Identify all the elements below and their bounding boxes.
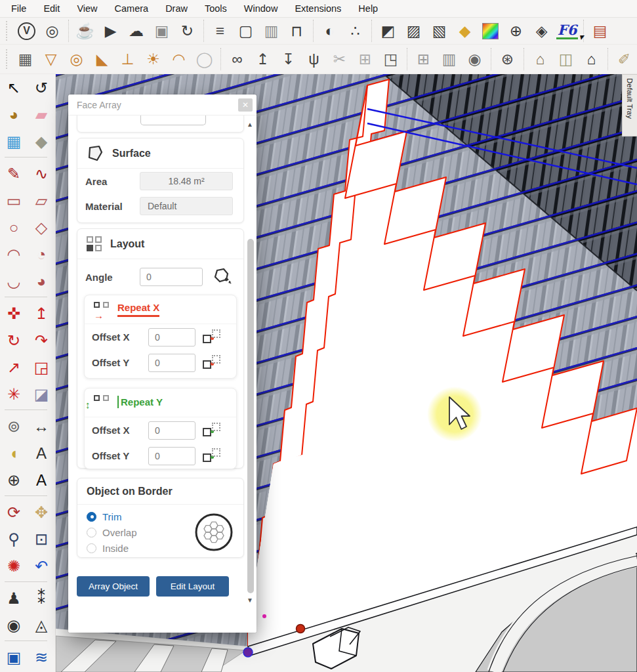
menu-item[interactable]: Window [236, 0, 287, 17]
plugin-waves-tool[interactable]: ≋ [28, 644, 55, 671]
look-around-tool[interactable]: ◉ [0, 612, 28, 639]
circle-tool[interactable]: ○ [0, 214, 28, 241]
import-proxy-icon[interactable]: ↧ [276, 47, 301, 71]
position-camera-tool[interactable]: ♟ [0, 585, 28, 612]
move-tool[interactable]: ✜ [0, 300, 28, 327]
zoom-extents-tool[interactable]: ✺ [0, 553, 28, 579]
walk-tool[interactable]: ⁑ [28, 585, 55, 612]
steering-wheel-icon[interactable]: ⊛ [495, 47, 520, 71]
text-3d-tool[interactable]: A [28, 467, 55, 494]
overlap-radio[interactable]: Overlap [87, 524, 194, 540]
plugin-cube-tool[interactable]: ▣ [0, 644, 28, 671]
lock-camera-icon[interactable]: ⊓ [284, 19, 310, 43]
trim-radio[interactable]: Trim [87, 509, 194, 524]
menu-item[interactable]: Tools [196, 0, 236, 17]
fredo6-tools-icon[interactable]: F6 [554, 19, 580, 43]
pan-tool[interactable]: ✥ [28, 499, 55, 526]
rectangle-tool[interactable]: ▭ [0, 187, 28, 214]
compass-icon[interactable]: ⊕ [503, 19, 529, 43]
checker-cube-open-icon[interactable]: ▧ [426, 19, 452, 43]
solid-tools[interactable]: ▦ [0, 128, 28, 155]
vray-render-animation-icon[interactable]: ▶ [98, 19, 123, 43]
three-point-arc-tool[interactable]: ◡ [0, 268, 28, 295]
arc-tool[interactable]: ◠ [0, 241, 28, 268]
menu-item[interactable]: View [68, 0, 106, 17]
radio-icon[interactable] [87, 543, 96, 553]
freehand-tool[interactable]: ∿ [28, 160, 55, 187]
component-grid-icon[interactable]: ⊞ [411, 47, 436, 71]
vray-asset-editor-icon[interactable]: ◎ [39, 19, 65, 43]
chaos-scatter-icon[interactable]: ∴ [342, 19, 368, 43]
section-plane-tool[interactable]: ◪ [28, 381, 55, 408]
bitmap-to-mesh-icon[interactable]: ▤ [587, 19, 613, 43]
field-of-view-tool[interactable]: ◬ [28, 612, 55, 639]
render-region-icon[interactable]: ≡ [207, 19, 233, 43]
frame-buffer-image-icon[interactable]: ▣ [149, 19, 175, 43]
rotate-tool[interactable]: ↻ [0, 327, 28, 354]
sphere-light-icon[interactable]: ◎ [64, 47, 89, 71]
component-box-icon[interactable]: ◫ [553, 47, 579, 71]
scroll-up-icon[interactable]: ▲ [247, 121, 253, 128]
checker-plane-icon[interactable]: ◩ [375, 19, 401, 43]
axes-position-tool[interactable]: ⊕ [0, 467, 28, 494]
scrollbar-thumb[interactable] [247, 239, 254, 593]
dimension-tool[interactable]: ↔ [28, 413, 55, 440]
move-axes-icon[interactable]: ◈ [529, 19, 554, 43]
house-3d-icon[interactable]: ⌂ [527, 47, 553, 71]
follow-me-tool[interactable]: ↷ [28, 327, 55, 354]
batch-render-icon[interactable]: ▥ [258, 19, 284, 43]
omni-light-icon[interactable]: ☀ [140, 47, 166, 71]
eraser-tool[interactable]: ▰ [28, 101, 55, 128]
window-grid-icon[interactable]: ⊞ [352, 47, 378, 71]
home-icon[interactable]: ⌂ [579, 47, 604, 71]
array-object-button[interactable]: Array Object [77, 576, 150, 597]
close-icon[interactable]: ✕ [238, 98, 253, 112]
vfb-window-icon[interactable]: ▢ [233, 19, 258, 43]
tag-tool[interactable]: ◆ [28, 128, 55, 155]
text-tool[interactable]: A [28, 440, 55, 467]
axes-tool[interactable]: ✳ [0, 381, 28, 408]
scale-tool[interactable]: ↗ [0, 354, 28, 381]
radio-icon[interactable] [87, 512, 96, 522]
menu-item[interactable]: Draw [157, 0, 196, 17]
export-proxy-icon[interactable]: ↥ [250, 47, 276, 71]
menu-item[interactable]: File [3, 0, 35, 17]
zoom-tool[interactable]: ⚲ [0, 526, 28, 553]
interactive-render-icon[interactable]: ↻ [175, 19, 200, 43]
clipper-icon[interactable]: ✂ [327, 47, 352, 71]
style-brush-icon[interactable]: ✐ [611, 47, 637, 71]
angle-input[interactable] [140, 268, 203, 286]
flip-face-icon[interactable]: ◳ [378, 47, 403, 71]
collapsed-input[interactable] [140, 116, 206, 125]
vray-render-icon[interactable]: ☕ [72, 19, 98, 43]
polygon-tool[interactable]: ◇ [28, 214, 55, 241]
sphere-preview-icon[interactable]: ◐ [317, 19, 342, 43]
line-tool[interactable]: ✎ [0, 160, 28, 187]
scroll-down-icon[interactable]: ▼ [247, 597, 253, 604]
light-gen-icon[interactable]: ▦ [12, 47, 38, 71]
tape-measure-tool[interactable]: ⊚ [0, 413, 28, 440]
dome-light-icon[interactable]: ◠ [166, 47, 192, 71]
rectangle-light-icon[interactable]: ▽ [38, 47, 64, 71]
pie-tool[interactable]: ◔ [28, 241, 55, 268]
protractor-tool[interactable]: ◖ [0, 440, 28, 467]
offset-tool[interactable]: ◲ [28, 354, 55, 381]
edit-layout-button[interactable]: Edit Layout [156, 576, 229, 597]
fredo-corner-icon[interactable]: ◆ [452, 19, 478, 43]
angle-polygon-icon[interactable] [211, 267, 233, 287]
vray-fur-icon[interactable]: ψ [301, 47, 327, 71]
show-hidden-icon[interactable]: ◉ [462, 47, 487, 71]
menu-item[interactable]: Camera [106, 0, 157, 17]
previous-view-tool[interactable]: ↶ [28, 553, 55, 579]
inside-radio[interactable]: Inside [87, 540, 194, 556]
infinite-plane-icon[interactable]: ∞ [224, 47, 250, 71]
dialog-title-bar[interactable]: Face Array ✕ [68, 94, 257, 116]
pie-section-tool[interactable]: ◕ [28, 268, 55, 295]
checker-cube-icon[interactable]: ▨ [401, 19, 426, 43]
vray-logo-icon[interactable]: V [14, 19, 39, 43]
menu-item[interactable]: Help [350, 0, 386, 17]
radio-icon[interactable] [87, 528, 96, 537]
orbit-tool[interactable]: ⟳ [0, 499, 28, 526]
zoom-window-tool[interactable]: ⊡ [28, 526, 55, 553]
menu-item[interactable]: Extensions [286, 0, 350, 17]
